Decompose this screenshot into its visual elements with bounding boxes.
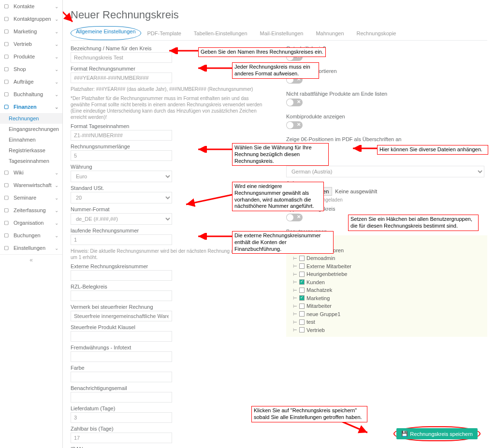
arrow-icon xyxy=(184,192,232,207)
sidebar-item-finanzen[interactable]: ▢Finanzen⌄ xyxy=(0,101,62,113)
sidebar-item-einstellungen[interactable]: ▢Einstellungen⌄ xyxy=(0,242,62,254)
group-label: Demoadmin xyxy=(306,254,335,262)
tree-connector-icon: ⊢ xyxy=(293,255,297,262)
page-title: Neuer Rechnungskreis xyxy=(71,9,487,21)
sidebar-item-kontakte[interactable]: ▢Kontakte⌄ xyxy=(0,0,62,13)
group-item[interactable]: ⊢Demoadmin xyxy=(289,254,484,262)
group-item[interactable]: ⊢Marketing xyxy=(289,294,484,303)
save-button[interactable]: 💾 Rechnungskreis speichern xyxy=(396,428,478,439)
currency-select[interactable]: Euro xyxy=(71,171,172,182)
zahlbar-label: Zahlbar bis (Tage) xyxy=(71,426,272,432)
sidebar-item-warenwirtschaft[interactable]: ▢Warenwirtschaft⌄ xyxy=(0,179,62,191)
format-input[interactable] xyxy=(71,72,172,83)
checkbox[interactable] xyxy=(299,279,305,285)
lang-select[interactable]: German (Austria) xyxy=(286,166,484,177)
chart-icon: ▢ xyxy=(4,41,11,47)
farbe-input[interactable] xyxy=(71,372,172,382)
ust-select[interactable]: 20 xyxy=(71,192,172,203)
share-icon: ▢ xyxy=(4,28,11,35)
kombi-toggle[interactable]: ✕ xyxy=(286,121,303,129)
klausel-input[interactable] xyxy=(71,331,172,342)
tree-connector-icon: ⊢ xyxy=(293,310,297,318)
checkbox[interactable] xyxy=(299,319,305,325)
sidebar-item-label: Warenwirtschaft xyxy=(14,182,51,188)
sidebar-item-label: Kontaktgruppen xyxy=(14,16,51,22)
sidebar-sub-registrierkasse[interactable]: Registrierkasse xyxy=(0,145,62,156)
sidebar-item-kontaktgruppen[interactable]: ▢Kontaktgruppen⌄ xyxy=(0,13,62,25)
fx-input[interactable] xyxy=(71,351,172,362)
name-input[interactable] xyxy=(71,52,172,63)
fx-label: Fremdwährungs - Infotext xyxy=(71,345,272,350)
group-item[interactable]: ⊢Vertrieb xyxy=(289,326,484,334)
sidebar-item-shop[interactable]: ▢Shop⌄ xyxy=(0,63,62,75)
group-item[interactable]: ⊢Kunden xyxy=(289,278,484,287)
group-item[interactable]: ⊢Mitarbeiter xyxy=(289,302,484,310)
annot-name: Geben Sie den Namen Ihres Rechnungskreis… xyxy=(198,47,326,57)
sidebar-sub-einnahmen[interactable]: Einnahmen xyxy=(0,134,62,145)
len-input[interactable] xyxy=(71,150,172,161)
group-item[interactable]: ⊢Machatzek xyxy=(289,286,484,294)
checkbox[interactable] xyxy=(299,263,305,269)
tab-tabellen[interactable]: Tabellen-Einstellungen xyxy=(188,26,254,40)
rzl-input[interactable] xyxy=(71,290,172,301)
tab-mail[interactable]: Mail-Einstellungen xyxy=(254,26,310,40)
chevron-down-icon: ⌄ xyxy=(55,195,58,201)
numfmt-select[interactable]: de_DE (#.###,##) xyxy=(71,213,172,225)
group-item[interactable]: ⊢Heurigenbetriebe xyxy=(289,270,484,278)
svg-line-0 xyxy=(63,0,73,22)
mail-input[interactable] xyxy=(71,392,172,403)
liefer-input[interactable] xyxy=(71,412,172,423)
sidebar-item-wiki[interactable]: ▢Wiki⌄ xyxy=(0,166,62,179)
sidebar-item-zeiterfassung[interactable]: ▢Zeiterfassung⌄ xyxy=(0,204,62,217)
tab-kopie[interactable]: Rechnungskopie xyxy=(350,26,403,40)
x-icon: ✕ xyxy=(297,122,301,127)
tab-pdf[interactable]: PDF-Template xyxy=(141,26,188,40)
kombi-label: Kombiprodukte anzeigen xyxy=(286,114,487,119)
tree-connector-icon: ⊢ xyxy=(293,262,297,270)
chevron-down-icon: ⌄ xyxy=(55,220,58,226)
annot-save: Klicken Sie auf "Rechnungskreis speicher… xyxy=(251,406,367,422)
vermerk-input[interactable] xyxy=(71,311,172,321)
sidebar-collapse[interactable]: « xyxy=(0,254,62,265)
tab-allgemeine[interactable]: Allgemeine Einstellungen xyxy=(71,26,141,40)
sidebar-item-marketing[interactable]: ▢Marketing⌄ xyxy=(0,25,62,38)
zahlbar-input[interactable] xyxy=(71,433,172,443)
tab-mahnungen[interactable]: Mahnungen xyxy=(309,26,350,40)
checkbox[interactable] xyxy=(299,288,305,293)
sidebar-sub-tageseinnahmen[interactable]: Tageseinnahmen xyxy=(0,156,62,166)
sidebar-sub-eingangsrechnungen[interactable]: Eingangsrechnungen xyxy=(0,124,62,134)
checkbox[interactable] xyxy=(299,303,305,309)
group-item[interactable]: ⊢test xyxy=(289,318,484,326)
rabatt-toggle[interactable]: ✕ xyxy=(286,99,303,106)
chevron-down-icon: ⌄ xyxy=(55,183,58,188)
checkbox[interactable] xyxy=(299,327,305,332)
sidebar-item-produkte[interactable]: ▢Produkte⌄ xyxy=(0,50,62,63)
help-icon: ▢ xyxy=(4,169,11,176)
app-toggle[interactable]: ✕ xyxy=(286,214,303,221)
group-label: Kunden xyxy=(306,278,325,287)
checkbox[interactable] xyxy=(299,256,305,261)
sidebar-item-aufträge[interactable]: ▢Aufträge⌄ xyxy=(0,75,62,88)
sidebar-item-label: Seminare xyxy=(14,195,36,201)
running-input[interactable] xyxy=(71,234,172,245)
sidebar-item-buchungen[interactable]: ▢Buchungen⌄ xyxy=(0,229,62,242)
chevron-down-icon: ⌄ xyxy=(55,54,58,59)
ext-input[interactable] xyxy=(71,270,172,281)
checkbox[interactable] xyxy=(299,272,305,277)
checkbox[interactable] xyxy=(299,295,305,301)
sidebar-item-label: Buchhaltung xyxy=(14,91,43,97)
daily-input[interactable] xyxy=(71,130,172,141)
sidebar-item-seminare[interactable]: ▢Seminare⌄ xyxy=(0,191,62,204)
group-item[interactable]: ⊢Externe Mitarbeiter xyxy=(289,262,484,271)
arrow-icon xyxy=(63,0,77,27)
org-icon: ▢ xyxy=(4,219,11,226)
ext-label: Externe Rechnungskreisnummer xyxy=(71,263,272,269)
sidebar-item-buchhaltung[interactable]: ▢Buchhaltung⌄ xyxy=(0,88,62,101)
vermerk-label: Vermerk bei steuerfreier Rechnung xyxy=(71,304,272,310)
sidebar-sub-rechnungen[interactable]: Rechnungen xyxy=(0,113,62,124)
sidebar-item-organisation[interactable]: ▢Organisation⌄ xyxy=(0,217,62,229)
checkbox[interactable] xyxy=(299,311,305,317)
group-item[interactable]: ⊢neue Gruppe1 xyxy=(289,310,484,318)
tabs: Allgemeine Einstellungen PDF-Template Ta… xyxy=(71,26,487,41)
sidebar-item-vertrieb[interactable]: ▢Vertrieb⌄ xyxy=(0,38,62,50)
